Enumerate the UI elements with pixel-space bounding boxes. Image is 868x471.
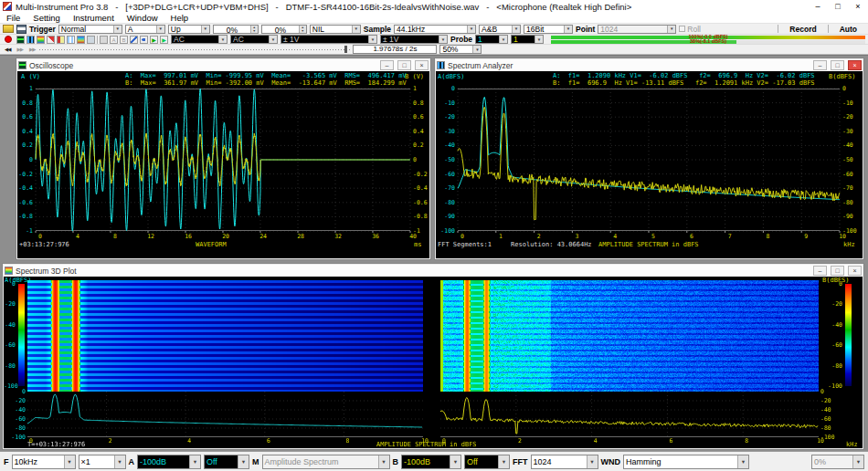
menu-item-instrument[interactable]: Instrument bbox=[67, 13, 121, 23]
restore-button[interactable]: □ bbox=[831, 60, 844, 70]
spectrum-3d-plot-icon[interactable] bbox=[37, 36, 45, 44]
roll-checkbox[interactable]: Roll bbox=[679, 25, 701, 34]
tick-label: 0.6 bbox=[17, 114, 33, 120]
chevron-down-icon bbox=[852, 455, 863, 468]
trigger-mode-select[interactable]: Normal bbox=[58, 25, 122, 34]
tick-label: 4 bbox=[67, 234, 79, 240]
bit-depth-select[interactable]: 16Bit bbox=[524, 25, 573, 34]
window-function-select[interactable]: Hamming bbox=[623, 455, 749, 469]
minimize-button[interactable]: – bbox=[813, 266, 827, 276]
tick-label: 0 bbox=[17, 157, 33, 163]
menu-item-file[interactable]: File bbox=[0, 13, 26, 23]
b-floor-select[interactable]: -100dB bbox=[401, 455, 461, 469]
sample-rate-select[interactable]: 44.1kHz bbox=[394, 25, 476, 34]
chevron-down-icon bbox=[587, 455, 598, 468]
a-label: A bbox=[129, 457, 135, 466]
auto-button[interactable]: Auto bbox=[831, 25, 865, 34]
trigger-level-spinner[interactable]: 0%▲▼ bbox=[213, 25, 259, 34]
rewind-button[interactable]: ◀◀ bbox=[3, 47, 12, 52]
range-b-select[interactable]: ± 1V bbox=[380, 35, 448, 44]
minimize-button[interactable]: – bbox=[813, 60, 827, 70]
spectrum-3d-titlebar[interactable]: Spectrum 3D Plot – □ × bbox=[4, 265, 863, 277]
probe-b-select[interactable]: 1 bbox=[511, 35, 544, 44]
toolbar-instruments: AC AC ± 1V ± 1V Probe 1 1 100%(-0.0 dBFS… bbox=[0, 35, 868, 45]
print-icon[interactable] bbox=[100, 36, 108, 44]
trigger-delay-spinner[interactable]: 0%▲▼ bbox=[261, 25, 307, 34]
multimeter-icon[interactable] bbox=[47, 36, 55, 44]
probe-a-select[interactable]: 1 bbox=[475, 35, 508, 44]
restore-button[interactable]: □ bbox=[397, 60, 411, 70]
spectrogram-icon[interactable] bbox=[77, 36, 85, 44]
menu-item-window[interactable]: Window bbox=[121, 13, 164, 23]
tick-label: 16 bbox=[179, 234, 192, 240]
record-indicator-icon[interactable] bbox=[5, 36, 12, 43]
minimize-button[interactable]: – bbox=[808, 0, 828, 13]
range-a-select[interactable]: ± 1V bbox=[281, 35, 377, 44]
coupling-a-select[interactable]: AC bbox=[171, 35, 228, 44]
overlap-select: 0% bbox=[811, 455, 864, 469]
device-test-plan-icon[interactable] bbox=[87, 36, 95, 44]
oscilloscope-window[interactable]: Oscilloscope – □ × A (V) B (V) A: Max= 9… bbox=[16, 58, 431, 260]
oscilloscope-icon[interactable] bbox=[16, 36, 25, 44]
tick-label: -20 bbox=[822, 301, 842, 308]
zoom-select[interactable]: 50% bbox=[439, 45, 482, 54]
open-icon[interactable] bbox=[3, 25, 14, 33]
mode-select: Amplitude Spectrum bbox=[262, 455, 390, 469]
trigger-source-select[interactable]: A bbox=[125, 25, 165, 34]
tick-label: -50 bbox=[842, 157, 853, 163]
tick-label: 4 bbox=[604, 234, 617, 240]
close-icon[interactable]: × bbox=[415, 60, 429, 70]
signal-generator-icon[interactable] bbox=[57, 36, 65, 44]
slider-handle[interactable] bbox=[344, 46, 347, 53]
spectrum-3d-window[interactable]: Spectrum 3D Plot – □ × A(dBFS) B(dBFS) T… bbox=[2, 263, 864, 450]
a-floor-select[interactable]: -100dB bbox=[137, 455, 201, 469]
record-points-select: 1024 bbox=[598, 25, 676, 34]
close-icon[interactable]: × bbox=[848, 60, 862, 70]
play-icon[interactable] bbox=[150, 36, 158, 44]
oscilloscope-titlebar[interactable]: Oscilloscope – □ × bbox=[17, 59, 429, 71]
menu-item-setting[interactable]: Setting bbox=[26, 13, 67, 23]
trigger-edge-select[interactable]: Up bbox=[168, 25, 210, 34]
freq-multiplier-select[interactable]: ×1 bbox=[79, 455, 126, 469]
forward-end-button[interactable]: ▶▶ bbox=[27, 47, 37, 52]
tick-label: 20 bbox=[217, 234, 229, 240]
copy-a-icon[interactable] bbox=[110, 36, 118, 44]
position-slider[interactable] bbox=[39, 46, 350, 53]
tick-label: 0 bbox=[435, 438, 446, 445]
a-ref-select[interactable]: Off bbox=[204, 455, 249, 469]
tick-label: -40 bbox=[4, 322, 16, 329]
minimize-button[interactable]: – bbox=[380, 60, 394, 70]
fft-size-select[interactable]: 1024 bbox=[531, 455, 598, 469]
spectrum-analyzer-titlebar[interactable]: Spectrum Analyzer – □ × bbox=[436, 59, 863, 71]
play-loop-icon[interactable] bbox=[160, 36, 168, 44]
sound-settings-icon[interactable] bbox=[130, 36, 138, 44]
speaker-icon[interactable] bbox=[140, 36, 148, 44]
menu-item-help[interactable]: Help bbox=[164, 13, 196, 23]
chevron-down-icon bbox=[498, 455, 509, 468]
spectrum-analyzer-icon[interactable] bbox=[26, 36, 35, 44]
hpf-select[interactable]: NIL bbox=[310, 25, 361, 34]
tick-label: -30 bbox=[436, 129, 455, 135]
tick-label: 0 bbox=[436, 86, 455, 92]
coupling-b-select[interactable]: AC bbox=[230, 35, 278, 44]
menubar: FileSettingInstrumentWindowHelp bbox=[0, 13, 868, 24]
record-button[interactable]: Record bbox=[781, 25, 824, 34]
tick-label: 2 bbox=[511, 438, 522, 445]
maximize-button[interactable]: □ bbox=[828, 0, 848, 13]
close-button[interactable]: × bbox=[848, 0, 868, 13]
tick-label: 2 bbox=[101, 438, 112, 445]
b-ref-select[interactable]: Off bbox=[464, 455, 510, 469]
close-icon[interactable]: × bbox=[848, 266, 862, 276]
data-logger-icon[interactable] bbox=[67, 36, 75, 44]
channels-select[interactable]: A&B bbox=[479, 25, 521, 34]
save-icon[interactable] bbox=[16, 25, 26, 34]
forward-button[interactable]: ▶▶ bbox=[15, 47, 24, 52]
tick-label: -40 bbox=[436, 142, 455, 149]
freq-range-select[interactable]: 10kHz bbox=[12, 455, 76, 469]
tick-label: -0.8 bbox=[17, 214, 33, 220]
copy-b-icon[interactable] bbox=[120, 36, 128, 44]
spectrum-analyzer-window[interactable]: Spectrum Analyzer – □ × A(dBFS) B(dBFS) … bbox=[434, 58, 864, 260]
tick-label: 10 bbox=[813, 438, 824, 445]
tick-label: 4 bbox=[587, 438, 598, 445]
restore-button[interactable]: □ bbox=[831, 266, 844, 276]
